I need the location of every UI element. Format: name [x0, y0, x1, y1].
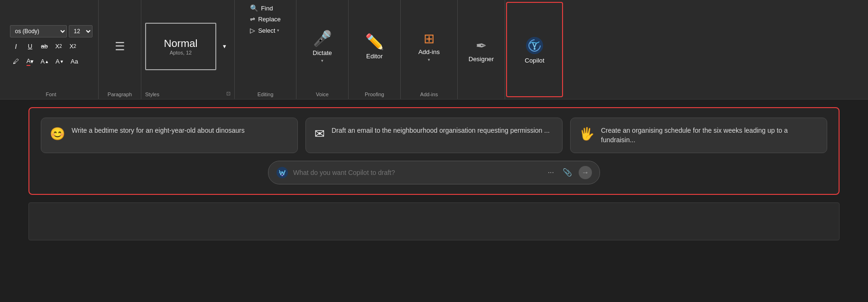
svg-point-2 — [277, 167, 288, 178]
copilot-icon — [525, 36, 544, 55]
input-more-button[interactable]: ··· — [546, 167, 556, 178]
addins-section: ⊞ Add-ins ▾ Add-ins — [401, 0, 458, 99]
replace-label: Replace — [258, 16, 281, 23]
replace-button[interactable]: ⇌ Replace — [247, 14, 284, 24]
font-format-row: I U ab X2 X2 — [10, 40, 92, 53]
copilot-panel: 😊 Write a bedtime story for an eight-yea… — [28, 107, 840, 195]
editing-buttons: 🔍 Find ⇌ Replace ▷ Select ▾ — [247, 3, 284, 36]
styles-box[interactable]: Normal Aptos, 12 — [145, 23, 216, 70]
proofing-section: ✏️ Editor Proofing — [349, 0, 401, 99]
superscript-button[interactable]: X2 — [67, 40, 79, 53]
addins-label: Add-ins — [418, 48, 440, 55]
styles-corner-button[interactable]: ⊡ — [226, 91, 231, 97]
underline-button[interactable]: U — [24, 40, 37, 53]
addins-arrow: ▾ — [428, 57, 430, 62]
style-name: Normal — [164, 37, 198, 50]
select-arrow: ▾ — [277, 28, 279, 33]
copilot-label: Copilot — [525, 57, 545, 64]
input-attach-button[interactable]: 📎 — [561, 167, 574, 178]
dictate-button[interactable]: 🎤 Dictate ▾ — [309, 26, 335, 67]
styles-expand-button[interactable]: ▾ — [218, 40, 231, 53]
editing-label: Editing — [258, 90, 274, 97]
copilot-input-bar: ··· 📎 → — [268, 161, 600, 184]
designer-section: ✒ Designer — [458, 0, 505, 99]
font-name-dropdown[interactable]: os (Body) — [10, 25, 67, 37]
designer-label: Designer — [469, 55, 494, 63]
font-size-up-button[interactable]: A▲ — [38, 55, 52, 68]
designer-icon: ✒ — [476, 38, 487, 54]
find-button[interactable]: 🔍 Find — [247, 3, 284, 13]
editor-icon: ✏️ — [365, 33, 384, 51]
document-area — [28, 202, 840, 240]
subscript-button[interactable]: X2 — [53, 40, 65, 53]
copilot-button[interactable]: Copilot — [511, 6, 558, 94]
select-button[interactable]: ▷ Select ▾ — [247, 25, 284, 36]
suggestion-card-1[interactable]: 😊 Write a bedtime story for an eight-yea… — [41, 118, 298, 153]
editor-button[interactable]: ✏️ Editor — [361, 29, 388, 64]
dictate-label: Dictate — [313, 49, 332, 56]
font-name-row: os (Body) 12 — [10, 25, 92, 37]
designer-button[interactable]: ✒ Designer — [465, 34, 498, 66]
italic-button[interactable]: I — [10, 40, 22, 53]
paragraph-icon: ☰ — [115, 40, 125, 53]
suggestion-text-3: Create an organising schedule for the si… — [601, 126, 818, 145]
ribbon: os (Body) 12 I U ab X2 X2 🖊 A ▾ A▲ A▼ Aa — [0, 0, 868, 100]
suggestion-card-3[interactable]: 🖐 Create an organising schedule for the … — [570, 118, 827, 153]
addins-section-label: Add-ins — [420, 90, 438, 97]
proofing-label: Proofing — [365, 90, 384, 97]
find-label: Find — [261, 5, 273, 12]
find-icon: 🔍 — [250, 4, 258, 12]
copilot-text-input[interactable] — [293, 169, 541, 176]
style-font: Aptos, 12 — [170, 50, 192, 55]
suggestion-cards: 😊 Write a bedtime story for an eight-yea… — [41, 118, 827, 153]
font-color-button[interactable]: A ▾ — [24, 55, 37, 68]
styles-section: Normal Aptos, 12 ▾ Styles ⊡ — [141, 0, 235, 99]
font-size-dropdown[interactable]: 12 — [69, 25, 92, 37]
strikethrough-button[interactable]: ab — [38, 40, 51, 53]
svg-point-1 — [534, 48, 536, 50]
editing-section: 🔍 Find ⇌ Replace ▷ Select ▾ Editing — [235, 0, 296, 99]
suggestion-text-1: Write a bedtime story for an eight-year-… — [72, 126, 245, 135]
suggestion-icon-3: 🖐 — [579, 127, 594, 141]
font-label: Font — [46, 90, 56, 97]
suggestion-icon-1: 😊 — [50, 127, 65, 141]
highlight-button[interactable]: 🖊 — [10, 55, 22, 68]
voice-label: Voice — [316, 90, 329, 97]
svg-point-3 — [282, 174, 283, 176]
suggestion-card-2[interactable]: ✉ Draft an email to the neighbourhood or… — [305, 118, 563, 153]
font-section: os (Body) 12 I U ab X2 X2 🖊 A ▾ A▲ A▼ Aa — [4, 0, 99, 99]
input-submit-button[interactable]: → — [579, 166, 592, 179]
paragraph-section: ☰ Paragraph — [99, 0, 141, 99]
suggestion-text-2: Draft an email to the neighbourhood orga… — [332, 126, 550, 135]
styles-label: Styles — [145, 90, 159, 97]
editor-label: Editor — [366, 53, 383, 60]
replace-icon: ⇌ — [250, 16, 255, 23]
suggestion-icon-2: ✉ — [314, 127, 325, 141]
font-size-down-button[interactable]: A▼ — [53, 55, 66, 68]
addins-button[interactable]: ⊞ Add-ins ▾ — [415, 27, 443, 66]
voice-section: 🎤 Dictate ▾ Voice — [296, 0, 349, 99]
addins-icon: ⊞ — [424, 31, 434, 46]
select-icon: ▷ — [250, 27, 255, 34]
copilot-input-logo — [276, 166, 288, 179]
font-color-row: 🖊 A ▾ A▲ A▼ Aa — [10, 55, 92, 68]
copilot-section: Copilot — [506, 2, 563, 97]
case-button[interactable]: Aa — [68, 55, 81, 68]
paragraph-label: Paragraph — [108, 90, 132, 97]
select-label: Select — [258, 27, 275, 34]
microphone-icon: 🎤 — [313, 29, 332, 47]
dictate-arrow: ▾ — [321, 58, 323, 63]
